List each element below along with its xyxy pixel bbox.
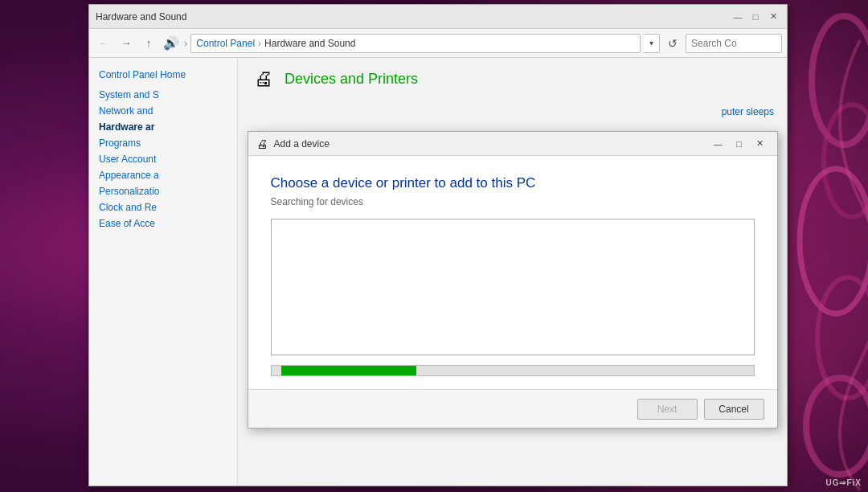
dialog-maximize-button[interactable]: □ [729, 135, 750, 153]
progress-bar [281, 366, 416, 375]
breadcrumb-current: Hardware and Sound [264, 38, 355, 49]
cancel-button[interactable]: Cancel [704, 399, 764, 420]
next-button[interactable]: Next [637, 399, 698, 420]
add-device-dialog: 🖨 Add a device — □ ✕ Choose a device or … [248, 131, 778, 428]
sidebar-item-ease[interactable]: Ease of Acce [89, 215, 237, 232]
sidebar-home[interactable]: Control Panel Home [89, 66, 237, 87]
dialog-content: Choose a device or printer to add to thi… [248, 156, 777, 389]
forward-button[interactable]: → [117, 34, 136, 53]
sidebar: Control Panel Home System and S Network … [89, 58, 238, 486]
watermark: UG⇒FiX [825, 478, 862, 487]
breadcrumb-control-panel[interactable]: Control Panel [196, 38, 255, 49]
svg-point-0 [812, 16, 868, 145]
svg-point-3 [817, 277, 868, 398]
svg-point-4 [806, 378, 868, 474]
sidebar-item-personalization[interactable]: Personalizatio [89, 183, 237, 199]
dialog-title-bar: 🖨 Add a device — □ ✕ [248, 132, 777, 156]
minimize-button[interactable]: — [731, 10, 745, 24]
decorative-swirls [788, 0, 868, 492]
breadcrumb-sep2: › [258, 38, 261, 49]
title-bar: Hardware and Sound — □ ✕ [89, 5, 787, 29]
address-bar: ← → ↑ 🔊 › Control Panel › Hardware and S… [89, 29, 787, 58]
content-area: Control Panel Home System and S Network … [89, 58, 787, 486]
breadcrumb-bar[interactable]: Control Panel › Hardware and Sound [190, 34, 641, 53]
refresh-button[interactable]: ↺ [663, 34, 682, 53]
sidebar-item-appearance[interactable]: Appearance a [89, 167, 237, 183]
dialog-heading: Choose a device or printer to add to thi… [271, 175, 755, 191]
dialog-minimize-button[interactable]: — [708, 135, 729, 153]
address-dropdown[interactable]: ▾ [644, 34, 660, 53]
maximize-button[interactable]: □ [748, 10, 763, 24]
modal-overlay: 🖨 Add a device — □ ✕ Choose a device or … [238, 58, 787, 486]
title-bar-text: Hardware and Sound [96, 11, 727, 23]
browser-window: Hardware and Sound — □ ✕ ← → ↑ 🔊 › Contr… [88, 4, 788, 486]
svg-point-2 [800, 169, 868, 314]
search-input[interactable] [686, 34, 782, 53]
dialog-subtext: Searching for devices [271, 196, 755, 207]
dialog-close-button[interactable]: ✕ [750, 135, 771, 153]
device-list-box[interactable] [271, 219, 755, 355]
progress-container [271, 365, 755, 376]
main-panel: 🖨 Devices and Printers puter sleeps 🖨 Ad… [238, 58, 787, 486]
sidebar-item-programs[interactable]: Programs [89, 135, 237, 151]
close-button[interactable]: ✕ [766, 10, 780, 24]
sidebar-item-network[interactable]: Network and [89, 103, 237, 119]
dialog-title-icon: 🖨 [255, 137, 269, 151]
svg-point-1 [824, 105, 868, 217]
up-button[interactable]: ↑ [139, 34, 158, 53]
dialog-footer: Next Cancel [248, 389, 777, 428]
back-button[interactable]: ← [94, 34, 113, 53]
sidebar-item-user[interactable]: User Account [89, 151, 237, 167]
dialog-title-text: Add a device [274, 138, 708, 150]
sidebar-item-clock[interactable]: Clock and Re [89, 199, 237, 215]
address-icon: 🔊 [163, 35, 179, 51]
breadcrumb-sep1: › [184, 37, 187, 49]
sidebar-item-system[interactable]: System and S [89, 87, 237, 103]
sidebar-item-hardware[interactable]: Hardware ar [89, 119, 237, 135]
